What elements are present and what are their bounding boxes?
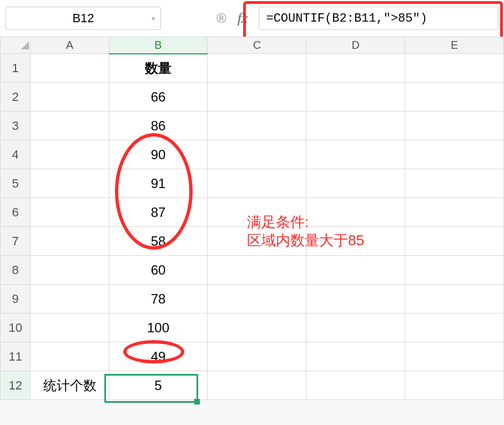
cell-D5[interactable] [306,169,405,198]
column-header-B[interactable]: B [109,37,208,54]
cell-C10[interactable] [208,313,306,342]
row-header-5[interactable]: 5 [1,169,31,198]
cell-C8[interactable] [208,256,306,285]
cell-C5[interactable] [208,169,306,198]
row-header-12[interactable]: 12 [1,371,31,400]
registered-icon: ® [216,11,226,26]
cell-B6[interactable]: 87 [109,198,208,227]
cell-A7[interactable] [31,227,109,256]
cell-A8[interactable] [31,256,109,285]
cell-D4[interactable] [306,140,405,169]
row-header-11[interactable]: 11 [1,342,31,371]
cell-A5[interactable] [31,169,109,198]
fill-handle[interactable] [194,399,200,404]
cell-E11[interactable] [405,342,504,371]
cell-A4[interactable] [31,140,109,169]
column-header-A[interactable]: A [31,37,109,54]
cell-E7[interactable] [405,227,504,256]
annotation-text: 满足条件: 区域内数量大于85 [247,213,364,249]
cell-C12[interactable] [208,371,306,400]
row-header-9[interactable]: 9 [1,285,31,313]
cell-E8[interactable] [405,256,504,285]
cell-A12[interactable]: 统计个数 [31,371,109,400]
fx-icon[interactable]: fx [238,10,248,27]
cell-B2[interactable]: 66 [109,83,208,112]
cell-B12[interactable]: 5 [109,371,208,400]
cell-B10[interactable]: 100 [109,313,208,342]
column-header-C[interactable]: C [208,37,306,54]
cell-E5[interactable] [405,169,504,198]
row-header-10[interactable]: 10 [1,313,31,342]
name-box-value: B12 [72,11,94,26]
cell-B8[interactable]: 60 [109,256,208,285]
cell-A6[interactable] [31,198,109,227]
cell-B1[interactable]: 数量 [109,54,208,83]
cell-D10[interactable] [306,313,405,342]
column-header-D[interactable]: D [306,37,405,54]
cell-A11[interactable] [31,342,109,371]
cell-D12[interactable] [306,371,405,400]
cell-C2[interactable] [208,83,306,112]
cell-C11[interactable] [208,342,306,371]
row-header-1[interactable]: 1 [1,54,31,83]
annotation-line-2: 区域内数量大于85 [247,231,364,250]
cell-C9[interactable] [208,285,306,313]
cell-D1[interactable] [306,54,405,83]
row-header-6[interactable]: 6 [1,198,31,227]
cell-B5[interactable]: 91 [109,169,208,198]
row-header-8[interactable]: 8 [1,256,31,285]
cell-D2[interactable] [306,83,405,112]
cell-C1[interactable] [208,54,306,83]
row-header-4[interactable]: 4 [1,140,31,169]
formula-bar[interactable]: =COUNTIF(B2:B11,">85") [259,7,498,30]
column-header-E[interactable]: E [405,37,504,54]
cell-E9[interactable] [405,285,504,313]
row-header-7[interactable]: 7 [1,227,31,256]
row-header-3[interactable]: 3 [1,112,31,140]
cell-A2[interactable] [31,83,109,112]
formula-toolbar: B12 ▼ ® fx =COUNTIF(B2:B11,">85") [0,0,504,37]
cell-B11[interactable]: 49 [109,342,208,371]
cell-E6[interactable] [405,198,504,227]
name-box[interactable]: B12 ▼ [6,7,161,30]
cell-D3[interactable] [306,112,405,140]
cell-C3[interactable] [208,112,306,140]
cell-A1[interactable] [31,54,109,83]
cell-E3[interactable] [405,112,504,140]
cell-B7[interactable]: 58 [109,227,208,256]
cell-C4[interactable] [208,140,306,169]
cell-A3[interactable] [31,112,109,140]
cell-D9[interactable] [306,285,405,313]
cell-E12[interactable] [405,371,504,400]
cell-D8[interactable] [306,256,405,285]
row-header-2[interactable]: 2 [1,83,31,112]
cell-E10[interactable] [405,313,504,342]
cell-B9[interactable]: 78 [109,285,208,313]
cell-D11[interactable] [306,342,405,371]
cell-A10[interactable] [31,313,109,342]
annotation-line-1: 满足条件: [247,213,364,231]
spreadsheet-grid[interactable]: A B C D E 1 数量 2 66 3 86 [0,37,504,400]
cell-A9[interactable] [31,285,109,313]
formula-text: =COUNTIF(B2:B11,">85") [266,12,427,26]
chevron-down-icon[interactable]: ▼ [150,16,156,22]
cell-E2[interactable] [405,83,504,112]
cell-B3[interactable]: 86 [109,112,208,140]
cell-E4[interactable] [405,140,504,169]
cell-E1[interactable] [405,54,504,83]
select-all-corner[interactable] [1,37,31,54]
cell-B4[interactable]: 90 [109,140,208,169]
